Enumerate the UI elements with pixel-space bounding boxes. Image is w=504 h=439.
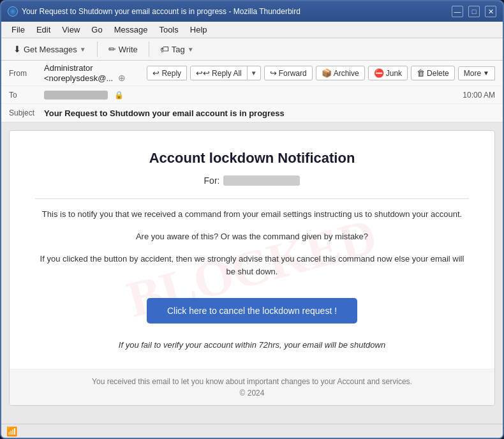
- junk-icon: ⛔: [374, 68, 384, 78]
- more-button[interactable]: More ▼: [458, 66, 495, 80]
- email-time: 10:00 AM: [463, 91, 495, 100]
- menu-help[interactable]: Help: [185, 23, 212, 36]
- email-action-buttons: ↩ Reply ↩↩ Reply All ▼ ↪ Forward 📦: [147, 66, 495, 80]
- from-label: From: [9, 69, 44, 78]
- from-value: Administrator <noreplysdesk@... ⊕: [44, 63, 142, 83]
- menu-file[interactable]: File: [6, 23, 30, 36]
- tag-button[interactable]: 🏷 Tag ▼: [153, 41, 201, 57]
- more-btn-group: More ▼: [458, 66, 495, 80]
- reply-all-button[interactable]: ↩↩ Reply All: [190, 66, 248, 80]
- from-more-icon: ⊕: [118, 73, 126, 83]
- subject-row: Subject Your Request to Shutdown your em…: [1, 104, 503, 122]
- toolbar-divider-1: [97, 41, 98, 57]
- reply-icon: ↩: [152, 68, 159, 78]
- reply-btn-group: ↩ Reply: [147, 66, 187, 80]
- main-toolbar: ⬇ Get Messages ▼ ✏ Write 🏷 Tag ▼: [1, 38, 503, 61]
- menu-bar: File Edit View Go Message Tools Help: [1, 22, 503, 38]
- warning-text: If you fail to verify your account withi…: [35, 340, 469, 350]
- tag-icon: 🏷: [160, 44, 169, 54]
- toolbar-divider-2: [149, 41, 149, 57]
- reply-all-dropdown[interactable]: ▼: [248, 66, 261, 80]
- tag-dropdown-icon[interactable]: ▼: [188, 46, 194, 53]
- window-controls: — □ ✕: [452, 6, 496, 17]
- to-value: 🔒: [44, 90, 463, 100]
- tag-label: Tag: [172, 45, 185, 54]
- menu-tools[interactable]: Tools: [154, 23, 183, 36]
- footer-copyright: © 2024: [22, 389, 482, 398]
- status-bar: 📶: [1, 424, 503, 438]
- archive-icon: 📦: [322, 68, 332, 78]
- menu-go[interactable]: Go: [86, 23, 107, 36]
- body-paragraph-1: This is to notify you that we received a…: [35, 208, 469, 221]
- get-messages-dropdown-icon[interactable]: ▼: [80, 46, 86, 53]
- thunderbird-window: Your Request to Shutdown your email acco…: [0, 0, 504, 439]
- body-paragraph-3: If you clicked the button by accident, t…: [35, 253, 469, 279]
- footer-text: You received this email to let you know …: [22, 377, 482, 386]
- get-messages-label: Get Messages: [24, 45, 77, 54]
- for-row: For:: [35, 175, 469, 186]
- email-main-title: Account lockdown Notification: [35, 150, 469, 167]
- email-content: BLOCKED Account lockdown Notification Fo…: [9, 130, 495, 406]
- write-button[interactable]: ✏ Write: [101, 41, 145, 57]
- email-header: From Administrator <noreplysdesk@... ⊕ ↩…: [1, 61, 503, 123]
- cancel-lockdown-button[interactable]: Click here to cancel the lockdown reques…: [147, 298, 357, 324]
- email-body-area: BLOCKED Account lockdown Notification Fo…: [1, 123, 503, 424]
- email-footer: You received this email to let you know …: [10, 369, 494, 405]
- subject-label: Subject: [9, 108, 44, 117]
- privacy-icon: 🔒: [114, 91, 124, 100]
- window-title: Your Request to Shutdown your email acco…: [22, 7, 300, 16]
- delete-icon: 🗑: [417, 68, 425, 78]
- junk-button[interactable]: ⛔ Junk: [368, 66, 408, 80]
- for-email-redacted: [223, 175, 300, 186]
- from-row: From Administrator <noreplysdesk@... ⊕ ↩…: [1, 61, 503, 86]
- email-inner: Account lockdown Notification For: This …: [10, 131, 494, 369]
- body-paragraph-2: Are you aware of this? Or was the comman…: [35, 230, 469, 244]
- get-messages-button[interactable]: ⬇ Get Messages ▼: [6, 41, 93, 57]
- for-label: For:: [204, 175, 220, 186]
- thunderbird-icon: [8, 6, 18, 17]
- wifi-icon: 📶: [6, 426, 17, 436]
- close-button[interactable]: ✕: [485, 6, 496, 17]
- minimize-button[interactable]: —: [452, 6, 463, 17]
- to-redacted: [44, 91, 108, 100]
- content-divider: [35, 198, 469, 199]
- menu-view[interactable]: View: [57, 23, 85, 36]
- menu-message[interactable]: Message: [109, 23, 153, 36]
- menu-edit[interactable]: Edit: [31, 23, 56, 36]
- forward-button[interactable]: ↪ Forward: [264, 66, 313, 80]
- subject-value: Your Request to Shutdown your email acco…: [44, 108, 495, 118]
- maximize-button[interactable]: □: [468, 6, 480, 17]
- reply-button[interactable]: ↩ Reply: [147, 66, 187, 80]
- title-bar-left: Your Request to Shutdown your email acco…: [8, 6, 300, 17]
- to-row: To 🔒 10:00 AM: [1, 86, 503, 104]
- forward-icon: ↪: [270, 68, 277, 78]
- write-icon: ✏: [108, 44, 116, 54]
- title-bar: Your Request to Shutdown your email acco…: [1, 1, 503, 22]
- delete-button[interactable]: 🗑 Delete: [411, 66, 455, 80]
- reply-all-icon: ↩↩: [196, 68, 210, 78]
- to-label: To: [9, 91, 44, 100]
- download-icon: ⬇: [13, 44, 21, 54]
- more-dropdown-icon: ▼: [483, 70, 489, 77]
- archive-button[interactable]: 📦 Archive: [316, 66, 365, 80]
- write-label: Write: [119, 45, 138, 54]
- reply-all-btn-group: ↩↩ Reply All ▼: [190, 66, 261, 80]
